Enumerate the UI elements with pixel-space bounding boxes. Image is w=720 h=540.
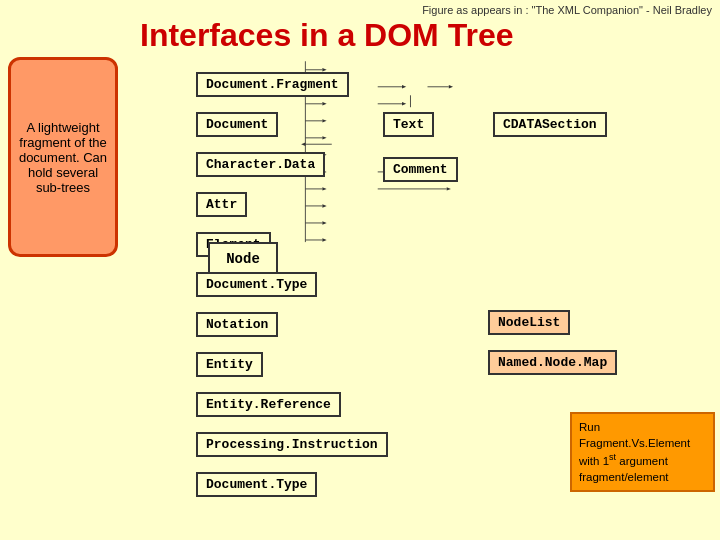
comment-box: Comment — [383, 157, 458, 182]
document-type2-label: Document.Type — [206, 477, 307, 492]
attr-box: Attr — [196, 192, 247, 217]
nodelist-box: NodeList — [488, 310, 570, 335]
lightweight-fragment-box: A lightweight fragment of the document. … — [8, 57, 118, 257]
svg-marker-29 — [402, 102, 406, 105]
notation-box: Notation — [196, 312, 278, 337]
document-label: Document — [206, 117, 268, 132]
run-sup: st — [609, 452, 616, 462]
entity-reference-label: Entity.Reference — [206, 397, 331, 412]
document-fragment-box: Document.Fragment — [196, 72, 349, 97]
nodelist-label: NodeList — [498, 315, 560, 330]
node-label: Node — [226, 251, 260, 267]
svg-marker-16 — [322, 187, 326, 190]
node-box: Node — [208, 242, 278, 276]
document-type-label: Document.Type — [206, 277, 307, 292]
namednodemap-label: Named.Node.Map — [498, 355, 607, 370]
cdata-section-box: CDATASection — [493, 112, 607, 137]
run-line3: with 1st argument — [579, 451, 706, 469]
character-data-box: Character.Data — [196, 152, 325, 177]
run-line1: Run — [579, 419, 706, 435]
character-data-label: Character.Data — [206, 157, 315, 172]
entity-box: Entity — [196, 352, 263, 377]
left-box-text: A lightweight fragment of the document. … — [17, 120, 109, 195]
comment-label: Comment — [393, 162, 448, 177]
svg-marker-8 — [322, 119, 326, 122]
caption: Figure as appears in : "The XML Companio… — [0, 0, 720, 16]
svg-marker-24 — [402, 85, 406, 88]
document-type-box: Document.Type — [196, 272, 317, 297]
cdata-label: CDATASection — [503, 117, 597, 132]
main-title: Interfaces in a DOM Tree — [140, 18, 720, 53]
svg-marker-20 — [322, 221, 326, 224]
svg-marker-18 — [322, 204, 326, 207]
processing-instruction-label: Processing.Instruction — [206, 437, 378, 452]
svg-marker-26 — [449, 85, 453, 88]
entity-label: Entity — [206, 357, 253, 372]
document-type2-box: Document.Type — [196, 472, 317, 497]
attr-label: Attr — [206, 197, 237, 212]
run-fragment-vs-element-box: Run Fragment.Vs.Element with 1st argumen… — [570, 412, 715, 492]
svg-marker-2 — [322, 68, 326, 71]
entity-reference-box: Entity.Reference — [196, 392, 341, 417]
notation-label: Notation — [206, 317, 268, 332]
processing-instruction-box: Processing.Instruction — [196, 432, 388, 457]
namednodemap-box: Named.Node.Map — [488, 350, 617, 375]
svg-marker-35 — [447, 187, 451, 190]
run-line2: Fragment.Vs.Element — [579, 435, 706, 451]
run-line5: fragment/element — [579, 469, 706, 485]
svg-marker-22 — [322, 238, 326, 241]
doc-fragment-label: Document.Fragment — [206, 77, 339, 92]
svg-marker-10 — [322, 136, 326, 139]
text-box: Text — [383, 112, 434, 137]
text-label: Text — [393, 117, 424, 132]
svg-marker-31 — [301, 143, 305, 146]
svg-marker-6 — [322, 102, 326, 105]
document-box: Document — [196, 112, 278, 137]
